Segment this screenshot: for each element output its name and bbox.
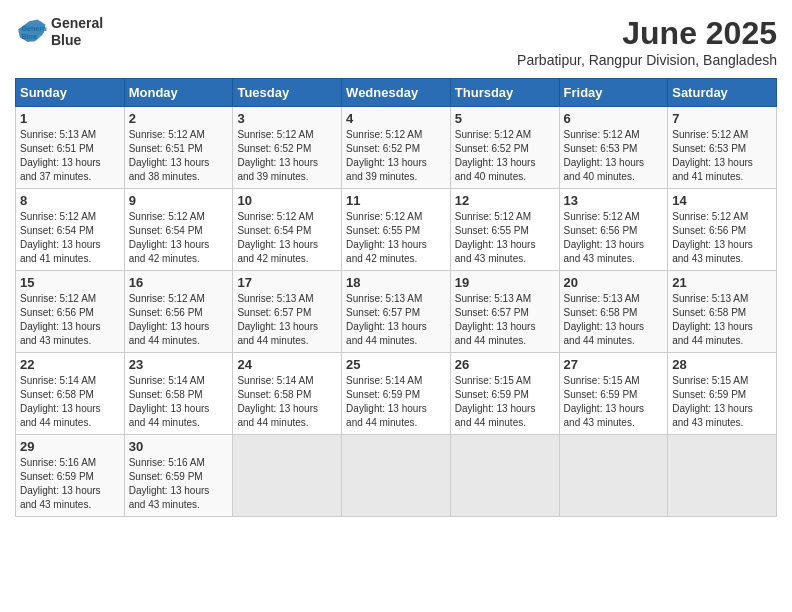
day-number: 6 bbox=[564, 111, 664, 126]
weekday-header: Tuesday bbox=[233, 79, 342, 107]
day-number: 12 bbox=[455, 193, 555, 208]
day-info: Sunrise: 5:15 AMSunset: 6:59 PMDaylight:… bbox=[455, 375, 536, 428]
weekday-header: Thursday bbox=[450, 79, 559, 107]
calendar-cell: 11 Sunrise: 5:12 AMSunset: 6:55 PMDaylig… bbox=[342, 189, 451, 271]
day-info: Sunrise: 5:12 AMSunset: 6:53 PMDaylight:… bbox=[564, 129, 645, 182]
day-number: 22 bbox=[20, 357, 120, 372]
calendar-cell: 19 Sunrise: 5:13 AMSunset: 6:57 PMDaylig… bbox=[450, 271, 559, 353]
day-number: 1 bbox=[20, 111, 120, 126]
weekday-header: Wednesday bbox=[342, 79, 451, 107]
day-info: Sunrise: 5:12 AMSunset: 6:56 PMDaylight:… bbox=[129, 293, 210, 346]
day-number: 25 bbox=[346, 357, 446, 372]
day-info: Sunrise: 5:12 AMSunset: 6:52 PMDaylight:… bbox=[346, 129, 427, 182]
day-number: 13 bbox=[564, 193, 664, 208]
day-info: Sunrise: 5:12 AMSunset: 6:52 PMDaylight:… bbox=[237, 129, 318, 182]
day-number: 4 bbox=[346, 111, 446, 126]
day-info: Sunrise: 5:13 AMSunset: 6:58 PMDaylight:… bbox=[564, 293, 645, 346]
calendar-cell: 30 Sunrise: 5:16 AMSunset: 6:59 PMDaylig… bbox=[124, 435, 233, 517]
calendar-cell bbox=[342, 435, 451, 517]
calendar-cell: 26 Sunrise: 5:15 AMSunset: 6:59 PMDaylig… bbox=[450, 353, 559, 435]
day-info: Sunrise: 5:12 AMSunset: 6:56 PMDaylight:… bbox=[672, 211, 753, 264]
day-info: Sunrise: 5:14 AMSunset: 6:59 PMDaylight:… bbox=[346, 375, 427, 428]
day-number: 20 bbox=[564, 275, 664, 290]
day-number: 17 bbox=[237, 275, 337, 290]
calendar-cell: 12 Sunrise: 5:12 AMSunset: 6:55 PMDaylig… bbox=[450, 189, 559, 271]
day-number: 10 bbox=[237, 193, 337, 208]
calendar-cell: 21 Sunrise: 5:13 AMSunset: 6:58 PMDaylig… bbox=[668, 271, 777, 353]
calendar-cell: 6 Sunrise: 5:12 AMSunset: 6:53 PMDayligh… bbox=[559, 107, 668, 189]
calendar-week-row: 29 Sunrise: 5:16 AMSunset: 6:59 PMDaylig… bbox=[16, 435, 777, 517]
day-info: Sunrise: 5:13 AMSunset: 6:57 PMDaylight:… bbox=[237, 293, 318, 346]
day-number: 16 bbox=[129, 275, 229, 290]
day-number: 19 bbox=[455, 275, 555, 290]
day-number: 24 bbox=[237, 357, 337, 372]
weekday-header: Monday bbox=[124, 79, 233, 107]
day-info: Sunrise: 5:14 AMSunset: 6:58 PMDaylight:… bbox=[237, 375, 318, 428]
day-number: 11 bbox=[346, 193, 446, 208]
calendar-week-row: 15 Sunrise: 5:12 AMSunset: 6:56 PMDaylig… bbox=[16, 271, 777, 353]
calendar-subtitle: Parbatipur, Rangpur Division, Bangladesh bbox=[517, 52, 777, 68]
calendar-cell bbox=[233, 435, 342, 517]
day-info: Sunrise: 5:16 AMSunset: 6:59 PMDaylight:… bbox=[20, 457, 101, 510]
day-number: 3 bbox=[237, 111, 337, 126]
weekday-header: Sunday bbox=[16, 79, 125, 107]
calendar-cell: 16 Sunrise: 5:12 AMSunset: 6:56 PMDaylig… bbox=[124, 271, 233, 353]
calendar-cell: 7 Sunrise: 5:12 AMSunset: 6:53 PMDayligh… bbox=[668, 107, 777, 189]
day-number: 30 bbox=[129, 439, 229, 454]
day-number: 18 bbox=[346, 275, 446, 290]
calendar-cell: 5 Sunrise: 5:12 AMSunset: 6:52 PMDayligh… bbox=[450, 107, 559, 189]
day-info: Sunrise: 5:12 AMSunset: 6:56 PMDaylight:… bbox=[564, 211, 645, 264]
calendar-cell: 8 Sunrise: 5:12 AMSunset: 6:54 PMDayligh… bbox=[16, 189, 125, 271]
day-number: 15 bbox=[20, 275, 120, 290]
day-info: Sunrise: 5:12 AMSunset: 6:54 PMDaylight:… bbox=[129, 211, 210, 264]
calendar-cell: 25 Sunrise: 5:14 AMSunset: 6:59 PMDaylig… bbox=[342, 353, 451, 435]
day-number: 27 bbox=[564, 357, 664, 372]
page-header: General Blue General Blue June 2025 Parb… bbox=[15, 15, 777, 68]
day-number: 8 bbox=[20, 193, 120, 208]
calendar-cell: 4 Sunrise: 5:12 AMSunset: 6:52 PMDayligh… bbox=[342, 107, 451, 189]
day-info: Sunrise: 5:12 AMSunset: 6:55 PMDaylight:… bbox=[346, 211, 427, 264]
day-number: 5 bbox=[455, 111, 555, 126]
day-info: Sunrise: 5:15 AMSunset: 6:59 PMDaylight:… bbox=[672, 375, 753, 428]
calendar-week-row: 1 Sunrise: 5:13 AMSunset: 6:51 PMDayligh… bbox=[16, 107, 777, 189]
calendar-cell: 28 Sunrise: 5:15 AMSunset: 6:59 PMDaylig… bbox=[668, 353, 777, 435]
day-info: Sunrise: 5:12 AMSunset: 6:56 PMDaylight:… bbox=[20, 293, 101, 346]
day-info: Sunrise: 5:13 AMSunset: 6:57 PMDaylight:… bbox=[346, 293, 427, 346]
calendar-cell: 10 Sunrise: 5:12 AMSunset: 6:54 PMDaylig… bbox=[233, 189, 342, 271]
weekday-header-row: SundayMondayTuesdayWednesdayThursdayFrid… bbox=[16, 79, 777, 107]
day-info: Sunrise: 5:13 AMSunset: 6:58 PMDaylight:… bbox=[672, 293, 753, 346]
calendar-title: June 2025 bbox=[517, 15, 777, 52]
svg-text:Blue: Blue bbox=[21, 32, 37, 41]
day-info: Sunrise: 5:15 AMSunset: 6:59 PMDaylight:… bbox=[564, 375, 645, 428]
day-info: Sunrise: 5:12 AMSunset: 6:54 PMDaylight:… bbox=[20, 211, 101, 264]
calendar-cell: 29 Sunrise: 5:16 AMSunset: 6:59 PMDaylig… bbox=[16, 435, 125, 517]
day-number: 28 bbox=[672, 357, 772, 372]
day-number: 21 bbox=[672, 275, 772, 290]
day-number: 2 bbox=[129, 111, 229, 126]
day-info: Sunrise: 5:13 AMSunset: 6:51 PMDaylight:… bbox=[20, 129, 101, 182]
day-info: Sunrise: 5:14 AMSunset: 6:58 PMDaylight:… bbox=[129, 375, 210, 428]
calendar-week-row: 22 Sunrise: 5:14 AMSunset: 6:58 PMDaylig… bbox=[16, 353, 777, 435]
calendar-cell bbox=[668, 435, 777, 517]
calendar-table: SundayMondayTuesdayWednesdayThursdayFrid… bbox=[15, 78, 777, 517]
calendar-cell: 9 Sunrise: 5:12 AMSunset: 6:54 PMDayligh… bbox=[124, 189, 233, 271]
logo: General Blue General Blue bbox=[15, 15, 103, 49]
day-info: Sunrise: 5:12 AMSunset: 6:55 PMDaylight:… bbox=[455, 211, 536, 264]
calendar-cell: 13 Sunrise: 5:12 AMSunset: 6:56 PMDaylig… bbox=[559, 189, 668, 271]
day-number: 23 bbox=[129, 357, 229, 372]
day-number: 7 bbox=[672, 111, 772, 126]
day-info: Sunrise: 5:12 AMSunset: 6:54 PMDaylight:… bbox=[237, 211, 318, 264]
calendar-cell: 15 Sunrise: 5:12 AMSunset: 6:56 PMDaylig… bbox=[16, 271, 125, 353]
logo-line1: General bbox=[51, 15, 103, 32]
calendar-cell: 22 Sunrise: 5:14 AMSunset: 6:58 PMDaylig… bbox=[16, 353, 125, 435]
calendar-cell: 24 Sunrise: 5:14 AMSunset: 6:58 PMDaylig… bbox=[233, 353, 342, 435]
calendar-cell: 1 Sunrise: 5:13 AMSunset: 6:51 PMDayligh… bbox=[16, 107, 125, 189]
calendar-cell: 17 Sunrise: 5:13 AMSunset: 6:57 PMDaylig… bbox=[233, 271, 342, 353]
calendar-cell bbox=[559, 435, 668, 517]
title-section: June 2025 Parbatipur, Rangpur Division, … bbox=[517, 15, 777, 68]
logo-line2: Blue bbox=[51, 32, 103, 49]
day-info: Sunrise: 5:13 AMSunset: 6:57 PMDaylight:… bbox=[455, 293, 536, 346]
calendar-cell bbox=[450, 435, 559, 517]
logo-icon: General Blue bbox=[15, 18, 47, 46]
day-number: 14 bbox=[672, 193, 772, 208]
